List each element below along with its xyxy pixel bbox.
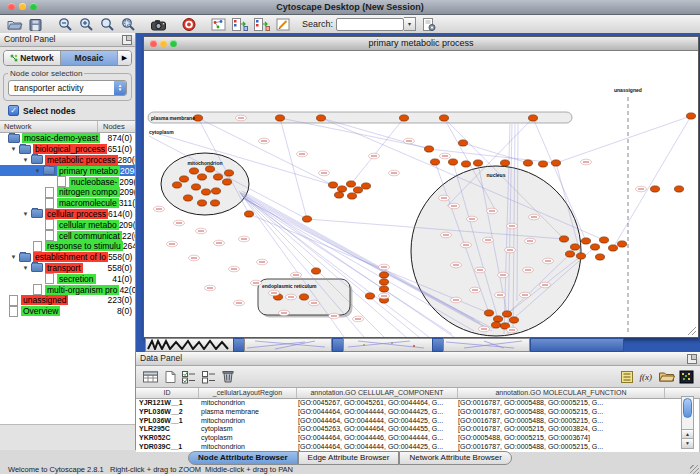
view-zoom-icon[interactable] <box>170 40 177 47</box>
app-titlebar: Cytoscape Desktop (New Session) <box>0 0 700 15</box>
column-header-id[interactable]: ID <box>136 388 199 398</box>
tree-row[interactable]: ▼metabolic process280(0) <box>0 155 135 166</box>
table-row[interactable]: YJR121W__1mitochondrion[GO:0045267, GO:0… <box>136 399 699 408</box>
tab-network[interactable]: Network <box>4 51 61 65</box>
import-attribute-file-icon[interactable] <box>658 370 675 383</box>
close-window-icon[interactable] <box>8 3 15 10</box>
tab-network-attribute-browser[interactable]: Network Attribute Browser <box>399 451 511 465</box>
expand-arrow-icon[interactable]: ▼ <box>20 157 31 163</box>
network-column-header[interactable]: Network <box>0 121 98 132</box>
expand-arrow-icon[interactable]: ▼ <box>20 211 31 217</box>
background-window-titlebar[interactable] <box>530 338 624 352</box>
expand-arrow-icon[interactable]: ▼ <box>8 146 19 152</box>
network-view-titlebar[interactable]: primary metabolic process <box>144 37 698 51</box>
tree-row[interactable]: ▼primary metabo209(... <box>0 165 135 176</box>
scrollbar-thumb[interactable] <box>683 398 692 418</box>
tree-row[interactable]: ▼cellular process614(0) <box>0 209 135 220</box>
zoom-region-icon[interactable] <box>120 17 137 32</box>
tree-row[interactable]: Overview8(0) <box>0 306 135 317</box>
network-canvas[interactable]: plasma membrane cytoplasm mitochondrion … <box>144 51 698 337</box>
tab-mosaic[interactable]: Mosaic <box>61 51 118 65</box>
tab-node-attribute-browser[interactable]: Node Attribute Browser <box>188 451 298 465</box>
tree-item-label: multi-organism pro <box>45 285 119 295</box>
background-window-2[interactable] <box>244 338 332 352</box>
tree-row[interactable]: multi-organism pro42(0) <box>0 284 135 295</box>
overview-icon[interactable] <box>210 17 227 32</box>
tree-row[interactable]: mosaic-demo-yeast874(0) <box>0 133 135 144</box>
table-row[interactable]: YLR295Ccytoplasm[GO:0045263, GO:0044464,… <box>136 425 699 434</box>
table-cell: plasma membrane <box>198 408 295 417</box>
zoom-window-icon[interactable] <box>30 3 37 10</box>
column-header-region[interactable]: _cellularLayoutRegion <box>199 388 297 398</box>
expand-arrow-icon[interactable]: ▼ <box>32 168 43 174</box>
tree-row[interactable]: ▼transport558(0) <box>0 263 135 274</box>
select-nodes-checkbox[interactable]: ✓ <box>8 105 19 116</box>
tree-row[interactable]: nucleobase-209(0) <box>0 176 135 187</box>
delete-attribute-icon[interactable] <box>221 369 235 384</box>
network-view-window[interactable]: primary metabolic process plasma membran… <box>143 36 699 338</box>
open-icon[interactable] <box>6 17 23 32</box>
tree-row[interactable]: nitrogen compo209(0) <box>0 187 135 198</box>
zoom-in-icon[interactable] <box>78 17 95 32</box>
table-row[interactable]: YPL036W__2plasma membrane[GO:0044464, GO… <box>136 408 699 417</box>
tree-row[interactable]: cellular metabo209(0) <box>0 219 135 230</box>
background-window-3[interactable] <box>343 338 433 352</box>
page-icon <box>9 295 18 306</box>
column-header-molecular-function[interactable]: annotation.GO MOLECULAR_FUNCTION <box>458 388 665 398</box>
nodes-column-header[interactable]: Nodes <box>98 121 135 132</box>
tree-row[interactable]: ▼establishment of lo558(0) <box>0 252 135 263</box>
select-attributes-icon[interactable] <box>181 370 197 384</box>
function-builder-icon[interactable]: f(x) <box>640 372 653 382</box>
tree-row[interactable]: cell communicat22(0) <box>0 230 135 241</box>
import-attributes-icon[interactable] <box>231 17 249 32</box>
node-color-combo-value: transporter activity <box>9 83 114 93</box>
tab-edge-attribute-browser[interactable]: Edge Attribute Browser <box>298 451 400 465</box>
table-row[interactable]: YKR052Ccytoplasm[GO:0044464, GO:0044446,… <box>136 434 699 443</box>
zoom-fit-icon[interactable] <box>99 17 116 32</box>
table-row[interactable]: YPL036W__1mitochondrion[GO:0044464, GO:0… <box>136 417 699 426</box>
app-resize-grip[interactable] <box>690 465 699 474</box>
tree-item-count: 651(0) <box>107 144 135 154</box>
attribute-list-icon[interactable] <box>620 370 634 384</box>
tree-item-count: 209(... <box>120 166 135 176</box>
new-attribute-icon[interactable] <box>163 370 177 384</box>
matrix-view-icon[interactable] <box>679 370 694 384</box>
column-header-cellular-component[interactable]: annotation.GO CELLULAR_COMPONENT <box>297 388 458 398</box>
background-window-4[interactable] <box>443 338 530 352</box>
expand-arrow-icon[interactable]: ▼ <box>8 254 19 260</box>
page-icon <box>57 176 66 187</box>
expand-arrow-icon[interactable]: ▼ <box>20 265 31 271</box>
table-scrollbar[interactable]: ▲ ▼ <box>681 396 694 449</box>
canvas-resize-grip[interactable] <box>688 327 696 335</box>
tree-row[interactable]: secretion41(0) <box>0 273 135 284</box>
view-minimize-icon[interactable] <box>160 40 167 47</box>
zoom-out-icon[interactable] <box>57 17 74 32</box>
unselect-attributes-icon[interactable] <box>201 370 217 384</box>
scroll-down-icon[interactable]: ▼ <box>682 438 693 448</box>
background-window-1[interactable] <box>145 338 234 352</box>
tree-row[interactable]: ▼biological_process651(0) <box>0 144 135 155</box>
help-ring-icon[interactable] <box>181 17 197 32</box>
search-dropdown-icon[interactable]: ▾ <box>404 17 416 31</box>
network-desktop: primary metabolic process plasma membran… <box>136 33 700 352</box>
filter-icon[interactable] <box>275 17 292 32</box>
attribute-table-icon[interactable] <box>142 370 159 384</box>
status-welcome: Welcome to Cytoscape 2.8.1 <box>8 465 104 474</box>
network-tree[interactable]: mosaic-demo-yeast874(0)▼biological_proce… <box>0 133 135 425</box>
search-input[interactable] <box>336 18 404 31</box>
node-color-combo[interactable]: transporter activity ▲▼ <box>8 80 127 96</box>
snapshot-icon[interactable] <box>150 17 168 32</box>
attribute-table[interactable]: YJR121W__1mitochondrion[GO:0045267, GO:0… <box>136 399 700 452</box>
view-close-icon[interactable] <box>150 40 157 47</box>
search-options-icon[interactable] <box>421 17 437 32</box>
float-data-panel-icon[interactable] <box>687 354 697 364</box>
minimize-window-icon[interactable] <box>19 3 26 10</box>
save-icon[interactable] <box>27 17 44 32</box>
tree-row[interactable]: unassigned223(0) <box>0 295 135 306</box>
export-attributes-icon[interactable] <box>253 17 271 32</box>
table-cell: mitochondrion <box>198 417 295 426</box>
float-panel-icon[interactable] <box>122 35 132 45</box>
tree-row[interactable]: macromolecule311(0) <box>0 198 135 209</box>
tree-row[interactable]: response to stimulu264(0) <box>0 241 135 252</box>
tabs-overflow-icon[interactable]: ▶ <box>118 51 131 65</box>
